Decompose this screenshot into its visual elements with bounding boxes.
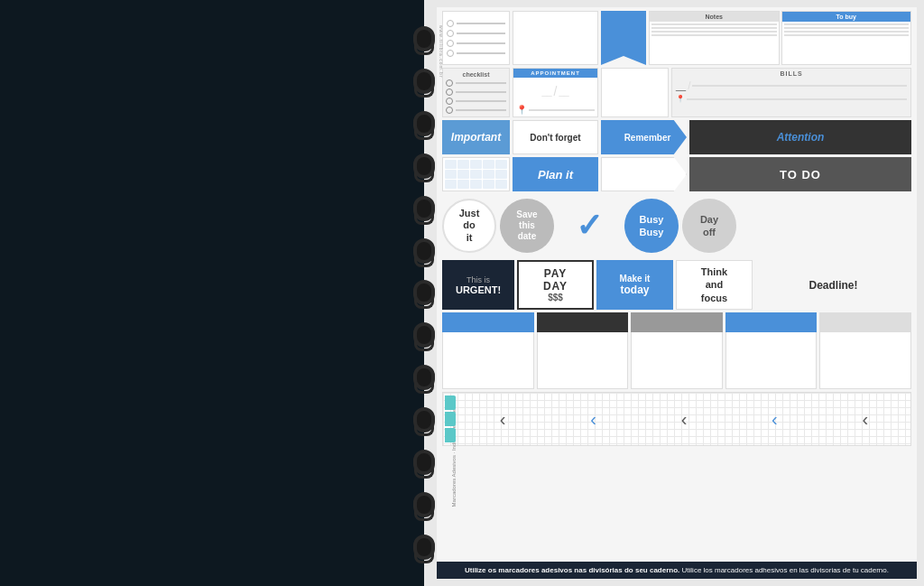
notes-header: Notes — [650, 12, 779, 22]
attention-sticker[interactable]: Attention — [689, 120, 911, 154]
appointment-sticker[interactable]: APPOINTMENT __ / __ 📍 — [513, 68, 598, 117]
appointment-header: APPOINTMENT — [513, 69, 597, 78]
ring — [413, 26, 435, 51]
busy-text: Busy Busy — [640, 213, 664, 239]
ring — [413, 238, 435, 264]
justdoit-text: Just do it — [459, 208, 480, 244]
remember-label: Remember — [624, 133, 671, 143]
dontforget-sticker[interactable]: Don't forget — [513, 120, 598, 154]
check-line — [447, 20, 505, 27]
spiral-binding — [411, 0, 437, 586]
row3: Important Don't forget Remember Attentio… — [442, 120, 911, 154]
bookmark-notch — [601, 56, 646, 65]
checkmark-sticker[interactable]: ✓ — [558, 199, 621, 253]
arrow-sticker-2[interactable]: ‹ — [548, 393, 638, 445]
row4: Plan it TO DO — [442, 157, 911, 191]
ring — [413, 69, 435, 94]
think-text: Think and focus — [701, 265, 727, 304]
white-box-sticker[interactable] — [601, 68, 669, 117]
arrow-left-icon-5: ‹ — [862, 409, 868, 430]
savedate-text: Save this date — [516, 209, 537, 242]
ring — [413, 196, 435, 221]
row2: checklist APPOINTMENT __ / __ — [442, 68, 911, 117]
ring — [413, 407, 435, 433]
deadline-label: Deadline! — [808, 279, 857, 292]
ring — [413, 450, 435, 475]
checklist-mini-sticker[interactable] — [442, 11, 510, 65]
think-sticker[interactable]: Think and focus — [676, 260, 753, 310]
check-line — [447, 50, 505, 57]
planit-label: Plan it — [538, 168, 573, 181]
todo-sticker[interactable]: TO DO — [689, 157, 911, 191]
savedate-sticker[interactable]: Save this date — [500, 199, 554, 253]
make-it-bottom: today — [620, 284, 649, 296]
checklist-sticker[interactable]: checklist — [442, 68, 510, 117]
ring — [413, 535, 435, 560]
check-line — [447, 30, 505, 37]
row6: This is URGENT! PAY DAY $$$ Make it toda… — [442, 260, 911, 310]
right-page: www.tilibra.com.br — [424, 0, 924, 586]
bottom-text: Utilize os marcadores adesivos nas divis… — [465, 566, 889, 574]
checkmark-icon: ✓ — [576, 207, 603, 245]
make-it-top: Make it — [620, 274, 651, 284]
arrow-left-icon: ‹ — [500, 409, 506, 430]
payday-line1: PAY — [544, 267, 568, 280]
urgent-bottom: URGENT! — [456, 284, 501, 295]
dayoff-sticker[interactable]: Day off — [682, 199, 736, 253]
dayoff-text: Day off — [700, 213, 718, 239]
check-line — [447, 40, 505, 47]
notes-area: Notes To buy — [649, 11, 911, 65]
tobuy-sticker[interactable]: To buy — [781, 11, 912, 65]
arrow-left-icon-4: ‹ — [772, 409, 778, 430]
bookmark-blue-sticker[interactable] — [601, 11, 646, 65]
payday-line2: DAY — [543, 280, 568, 293]
ring — [413, 111, 435, 136]
bottom-text-normal: Utilice los marcadores adhesivos en las … — [682, 566, 889, 574]
box5[interactable] — [819, 312, 911, 389]
arrow-sticker-1[interactable]: ‹ — [457, 393, 548, 445]
arrow-sticker-3[interactable]: ‹ — [639, 393, 729, 445]
grid-sticker[interactable] — [442, 157, 510, 191]
sticker-area: Notes To buy — [437, 7, 917, 562]
bills-sticker[interactable]: BILLS __ / 📍 — [671, 68, 911, 117]
important-sticker[interactable]: Important — [442, 120, 510, 154]
blank-wide-sticker[interactable] — [513, 11, 598, 65]
sticker-sheet: www.tilibra.com.br — [437, 7, 917, 579]
payday-line3: $$$ — [548, 293, 563, 302]
todo-label: TO DO — [780, 168, 821, 181]
attention-label: Attention — [777, 131, 825, 144]
remember-sticker[interactable]: Remember — [601, 120, 687, 154]
banner-sticker[interactable] — [601, 157, 687, 191]
urgent-sticker[interactable]: This is URGENT! — [442, 260, 514, 310]
arrow-sticker-5[interactable]: ‹ — [820, 393, 910, 445]
busy-sticker[interactable]: Busy Busy — [624, 199, 679, 253]
deadline-sticker[interactable]: Deadline! — [755, 260, 911, 310]
makeit-sticker[interactable]: Make it today — [596, 260, 673, 310]
website-label: www.tilibra.com.br — [439, 25, 444, 79]
payday-sticker[interactable]: PAY DAY $$$ — [517, 260, 594, 310]
arrow-left-icon-3: ‹ — [681, 409, 688, 430]
important-label: Important — [451, 131, 501, 144]
bottom-text-bold: Utilize os marcadores adesivos nas divis… — [465, 566, 679, 574]
ring — [413, 322, 435, 348]
row1: Notes To buy — [442, 11, 911, 65]
checklist-title: checklist — [446, 71, 506, 78]
box4[interactable] — [725, 312, 818, 389]
bills-header: BILLS — [674, 70, 909, 77]
notes-sticker[interactable]: Notes — [649, 11, 780, 65]
dontforget-label: Don't forget — [530, 133, 580, 143]
box1[interactable] — [442, 312, 534, 389]
planit-sticker[interactable]: Plan it — [513, 157, 598, 191]
row7 — [442, 312, 911, 389]
box3[interactable] — [631, 312, 723, 389]
left-page — [0, 0, 424, 586]
ring — [413, 365, 435, 390]
arrow-left-icon-2: ‹ — [590, 409, 596, 430]
ring — [413, 492, 435, 517]
justdoit-sticker[interactable]: Just do it — [442, 199, 496, 253]
arrow-sticker-4[interactable]: ‹ — [729, 393, 819, 445]
row5: Just do it Save this date ✓ — [442, 194, 911, 257]
ring — [413, 280, 435, 305]
box2[interactable] — [537, 312, 629, 389]
tobuy-header: To buy — [782, 12, 911, 22]
